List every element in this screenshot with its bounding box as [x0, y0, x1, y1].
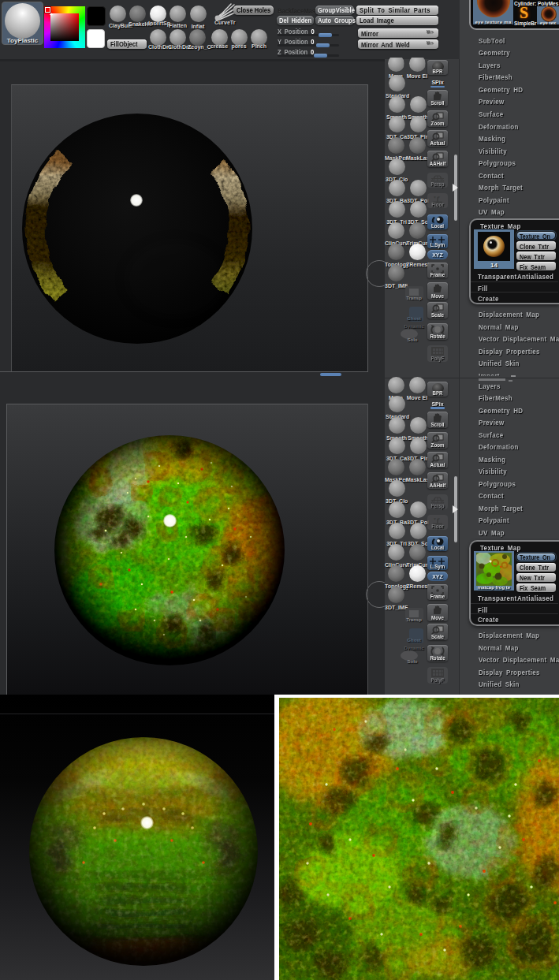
- svg-text:▼▼: ▼▼: [433, 195, 441, 199]
- svg-text:▼▼: ▼▼: [433, 516, 441, 521]
